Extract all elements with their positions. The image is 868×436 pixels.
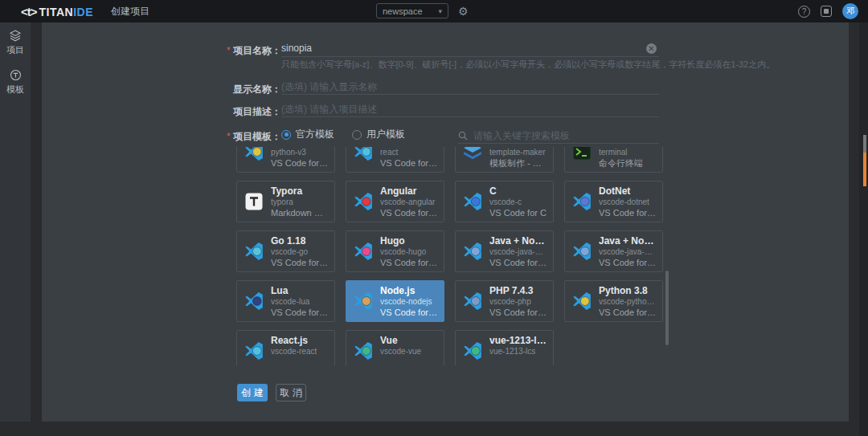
radio-official-template[interactable]: 官方模板 [281, 128, 334, 141]
topbar: <t> TITAN IDE 创建项目 newspace ▾ ⚙ ? 邓 [0, 0, 868, 22]
page-scrollbar-track[interactable] [859, 22, 868, 436]
logo-text-titan: TITAN [39, 6, 74, 18]
template-id: python-v3 [271, 148, 328, 157]
template-description: VS Code for Go 1.18 [271, 257, 328, 268]
project-name-help-text: 只能包含小写字母[a-z]、数字[0-9]、破折号[-]，必须以小写字母开头，必… [281, 59, 836, 71]
help-icon[interactable]: ? [798, 6, 810, 18]
workspace-select-value: newspace [383, 6, 423, 16]
page-scrollbar-thumb[interactable] [863, 135, 866, 153]
sidebar-item-templates[interactable]: 模板 [0, 62, 31, 101]
template-search-input[interactable] [473, 130, 659, 141]
radio-user-template[interactable]: 用户模板 [352, 128, 405, 141]
radio-unselected-icon [352, 130, 362, 140]
radio-user-label: 用户模板 [366, 128, 405, 141]
sidebar-item-projects[interactable]: 项目 [0, 22, 31, 62]
project-name-label: 项目名称： [220, 44, 281, 58]
template-id: vue-1213-lcs [489, 347, 547, 357]
template-description: VS Code for PHP [489, 307, 547, 318]
radio-selected-icon [281, 130, 291, 140]
template-card-typora[interactable]: TyporatyporaMarkdown 文档编写... [236, 181, 335, 222]
vscode-template-icon [571, 291, 592, 312]
display-name-input[interactable] [281, 79, 659, 95]
apps-icon[interactable] [821, 6, 832, 17]
template-name: Go 1.18 [271, 235, 328, 247]
template-card-vscode-lua[interactable]: Luavscode-luaVS Code for Lua [236, 280, 335, 322]
display-name-label: 显示名称： [220, 83, 281, 96]
template-card-vscode-hugo[interactable]: Hugovscode-hugoVS Code for Hugo [346, 230, 444, 272]
template-card-vscode-php[interactable]: PHP 7.4.3vscode-phpVS Code for PHP [455, 280, 554, 322]
template-description: VS Code for Java + ... [599, 257, 656, 268]
template-card-react[interactable]: reactVS Code for React.js [346, 147, 444, 173]
vscode-template-icon [462, 340, 483, 361]
template-grid-viewport: python-v3VS Code for Python reactVS Code… [236, 147, 663, 365]
template-description: VS Code for Lua [271, 307, 328, 318]
vscode-template-icon [353, 191, 374, 212]
vscode-template-icon [462, 241, 483, 262]
workspace-settings-gear-icon[interactable]: ⚙ [458, 6, 469, 17]
templates-icon [10, 69, 22, 81]
template-id: template-maker [489, 148, 547, 157]
user-avatar[interactable]: 邓 [842, 3, 858, 19]
template-id: vscode-vue [380, 347, 421, 357]
template-id: vscode-lua [271, 297, 328, 307]
template-id: react [380, 148, 437, 157]
template-name: Java + Node10 [489, 235, 547, 247]
template-card-terminal[interactable]: terminal命令行终端 [564, 147, 663, 173]
template-card-vscode-nodejs[interactable]: Node.jsvscode-nodejsVS Code for Node.js [346, 280, 444, 322]
logo-mark-icon: <t> [21, 5, 37, 18]
search-icon [458, 131, 468, 141]
vscode-template-icon [462, 191, 483, 212]
template-card-vscode-react[interactable]: React.jsvscode-react [236, 330, 335, 365]
radio-official-label: 官方模板 [296, 128, 334, 141]
cancel-button[interactable]: 取 消 [276, 384, 306, 401]
template-id: vscode-c [489, 198, 547, 207]
template-description: VS Code for Python [599, 307, 656, 318]
workspace-select[interactable]: newspace ▾ [376, 3, 448, 18]
template-id: vscode-angular [380, 198, 437, 207]
clear-input-icon[interactable]: ✕ [646, 43, 657, 54]
template-id: vscode-php [489, 297, 547, 307]
vscode-template-icon [353, 340, 374, 361]
template-name: Vue [380, 335, 421, 347]
template-name: vue-1213-lcs [489, 335, 547, 347]
vscode-template-icon [353, 147, 374, 162]
template-id: vscode-go [271, 247, 328, 257]
template-card-vscode-angular[interactable]: Angularvscode-angularVS Code for Angular [346, 181, 444, 222]
project-desc-input[interactable] [281, 101, 659, 117]
create-button[interactable]: 创 建 [237, 384, 268, 401]
project-name-input[interactable] [281, 40, 659, 57]
template-card-vscode-go[interactable]: Go 1.18vscode-goVS Code for Go 1.18 [236, 230, 335, 272]
vscode-template-icon [244, 291, 264, 312]
template-name: Hugo [380, 235, 437, 247]
template-id: typora [271, 198, 328, 207]
sidebar-item-templates-label: 模板 [6, 84, 24, 96]
template-name: Lua [271, 285, 328, 297]
template-description [380, 357, 421, 366]
template-card-python-v3[interactable]: python-v3VS Code for Python [236, 147, 335, 173]
template-card-vscode-vue[interactable]: Vuevscode-vue [346, 330, 444, 365]
project-template-label: 项目模板： [220, 130, 281, 144]
template-id: vscode-dotnet [599, 198, 656, 207]
projects-layers-icon [9, 30, 22, 42]
page-scrollbar-marker[interactable] [863, 153, 866, 186]
vscode-template-icon [353, 291, 374, 312]
template-card-vscode-dotnet[interactable]: DotNetvscode-dotnetVS Code for DotNet [564, 181, 663, 222]
template-name: React.js [271, 335, 317, 347]
template-name: Angular [380, 185, 437, 198]
vscode-template-icon [244, 241, 264, 262]
vscode-template-icon [353, 241, 374, 262]
template-card-vscode-python-v3[interactable]: Python 3.8vscode-python-v3VS Code for Py… [564, 280, 663, 322]
template-card-vue-1213-lcs[interactable]: vue-1213-lcsvue-1213-lcs [455, 330, 554, 365]
template-description: VS Code for DotNet [599, 207, 656, 218]
template-name: PHP 7.4.3 [489, 285, 547, 297]
template-search-box [458, 128, 659, 144]
left-sidebar: 项目 模板 [0, 22, 31, 422]
template-card-template-maker[interactable]: template-maker模板制作 - 使用 Tem... [455, 147, 554, 173]
vscode-template-icon [244, 340, 264, 361]
app-logo[interactable]: <t> TITAN IDE [21, 5, 93, 18]
template-card-vscode-java-node16[interactable]: Java + Node16vscode-java-node16VS Code f… [564, 230, 663, 272]
template-name: Node.js [380, 285, 437, 297]
template-card-vscode-c[interactable]: Cvscode-cVS Code for C [455, 181, 554, 222]
template-card-vscode-java-node10[interactable]: Java + Node10vscode-java-node10VS Code f… [455, 230, 554, 272]
template-grid-scrollbar-thumb[interactable] [665, 271, 669, 345]
